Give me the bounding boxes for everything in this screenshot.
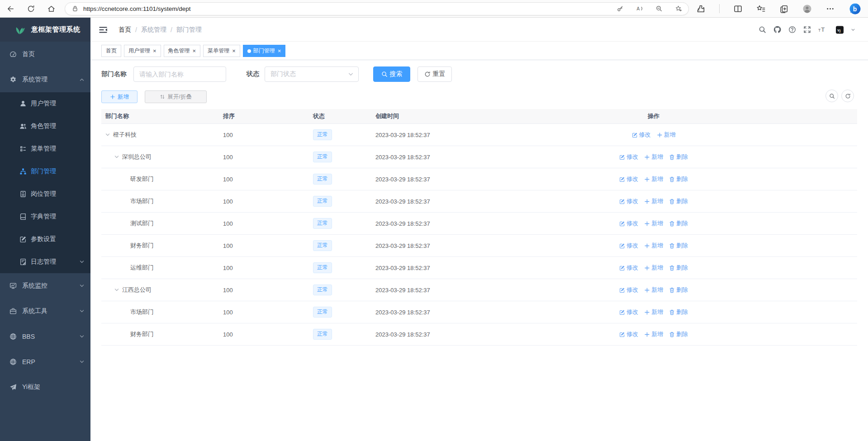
actions-cell: 修改新增删除 [583,308,724,316]
sidebar-menu: 首页系统管理用户管理角色管理菜单管理部门管理岗位管理字典管理参数设置日志管理系统… [0,42,90,400]
tab-close-icon[interactable]: × [278,48,281,54]
row-action-delete[interactable]: 删除 [669,153,688,161]
row-action-add[interactable]: 新增 [644,286,663,294]
sidebar-item-bbs[interactable]: BBS [0,324,90,349]
show-search-button[interactable] [825,90,838,102]
sidebar-item-system-monitor[interactable]: 系统监控 [0,273,90,299]
row-action-delete[interactable]: 删除 [669,242,688,250]
created-time-cell: 2023-03-29 18:52:37 [375,287,583,294]
dept-name: 市场部门 [130,308,154,316]
breadcrumb-item[interactable]: 首页 [119,26,131,34]
row-action-edit[interactable]: 修改 [619,153,638,161]
url-text[interactable]: https://ccnetcore.com:1101/system/dept [83,5,191,12]
row-action-add[interactable]: 新增 [644,242,663,250]
row-action-add[interactable]: 新增 [644,330,663,338]
help-icon[interactable] [788,26,796,33]
tab-close-icon[interactable]: × [193,48,196,54]
log-icon [19,258,27,266]
sidebar-item-erp[interactable]: ERP [0,349,90,375]
tab-dept-mgmt[interactable]: 部门管理× [243,45,286,57]
page-refresh-icon[interactable] [27,5,35,13]
row-action-delete[interactable]: 删除 [669,175,688,183]
sidebar-item-role-mgmt[interactable]: 角色管理 [0,115,90,138]
favorites-icon[interactable] [756,4,766,14]
tab-home[interactable]: 首页 [101,45,121,57]
sort-cell: 100 [223,176,313,183]
tree-expand-icon[interactable] [105,132,110,138]
row-action-edit[interactable]: 修改 [619,197,638,205]
font-size-icon[interactable]: TT [818,26,826,33]
sidebar-item-menu-mgmt[interactable]: 菜单管理 [0,138,90,160]
row-action-add[interactable]: 新增 [644,175,663,183]
more-icon[interactable] [825,4,835,14]
key-icon[interactable] [617,5,624,12]
row-action-add[interactable]: 新增 [644,219,663,228]
search-button[interactable]: 搜索 [373,66,410,82]
row-action-delete[interactable]: 删除 [669,264,688,272]
status-cell: 正常 [313,285,375,295]
app-logo[interactable]: 意框架管理系统 [0,18,90,42]
row-action-delete[interactable]: 删除 [669,197,688,205]
add-favorite-icon[interactable] [675,5,682,12]
sidebar-item-post-mgmt[interactable]: 岗位管理 [0,183,90,205]
row-action-add[interactable]: 新增 [644,264,663,272]
refresh-table-button[interactable] [841,90,854,102]
row-action-delete[interactable]: 删除 [669,219,688,228]
sidebar-item-dict-mgmt[interactable]: 字典管理 [0,205,90,228]
profile-icon[interactable] [802,4,812,14]
sidebar-item-user-mgmt[interactable]: 用户管理 [0,92,90,115]
zoom-out-icon[interactable] [655,5,663,12]
row-action-edit[interactable]: 修改 [632,131,651,139]
sidebar-item-system-mgmt[interactable]: 系统管理 [0,67,90,92]
tab-user-mgmt[interactable]: 用户管理× [124,45,161,57]
row-action-edit[interactable]: 修改 [619,330,638,338]
row-action-delete[interactable]: 删除 [669,286,688,294]
status-select[interactable]: 部门状态 [265,66,359,82]
split-screen-icon[interactable] [733,4,743,14]
expand-collapse-button[interactable]: 展开/折叠 [145,90,207,103]
github-icon[interactable] [773,26,781,33]
read-aloud-icon[interactable]: A [636,5,643,12]
row-action-add[interactable]: 新增 [657,131,676,139]
sidebar-item-system-tools[interactable]: 系统工具 [0,299,90,324]
row-action-delete[interactable]: 删除 [669,330,688,338]
row-action-edit[interactable]: 修改 [619,219,638,228]
tree-expand-icon[interactable] [114,287,119,293]
row-action-add[interactable]: 新增 [644,197,663,205]
row-action-delete[interactable]: 删除 [669,308,688,316]
sort-cell: 100 [223,220,313,227]
tab-close-icon[interactable]: × [232,48,236,54]
back-icon[interactable] [6,5,15,13]
row-action-edit[interactable]: 修改 [619,286,638,294]
sidebar-item-yi-framework[interactable]: Yi框架 [0,375,90,400]
row-action-edit[interactable]: 修改 [619,264,638,272]
tab-close-icon[interactable]: × [153,48,157,54]
plus-icon [110,94,115,100]
user-avatar[interactable]: Yj [836,26,844,33]
row-action-edit[interactable]: 修改 [619,175,638,183]
search-icon[interactable] [759,26,766,33]
tree-expand-icon[interactable] [114,154,119,160]
tab-menu-mgmt[interactable]: 菜单管理× [203,45,240,57]
reset-button[interactable]: 重置 [417,66,452,82]
row-action-add[interactable]: 新增 [644,153,663,161]
row-action-edit[interactable]: 修改 [619,242,638,250]
address-bar[interactable]: https://ccnetcore.com:1101/system/dept A [65,2,689,15]
row-action-edit[interactable]: 修改 [619,308,638,316]
sidebar-item-param-settings[interactable]: 参数设置 [0,228,90,251]
chevron-down-icon[interactable] [851,28,855,32]
bing-icon[interactable]: b [849,2,862,15]
sidebar-item-dept-mgmt[interactable]: 部门管理 [0,160,90,183]
tab-role-mgmt[interactable]: 角色管理× [164,45,201,57]
fullscreen-icon[interactable] [803,26,811,33]
extensions-icon[interactable] [696,4,706,14]
collections-icon[interactable] [779,4,789,14]
sidebar-collapse-icon[interactable] [99,25,108,34]
home-icon[interactable] [47,5,56,13]
sidebar-item-home[interactable]: 首页 [0,42,90,67]
sidebar-item-log-mgmt[interactable]: 日志管理 [0,251,90,273]
row-action-add[interactable]: 新增 [644,308,663,316]
add-dept-button[interactable]: 新增 [101,90,138,103]
dept-name-input[interactable] [133,66,226,82]
sort-cell: 100 [223,132,313,138]
